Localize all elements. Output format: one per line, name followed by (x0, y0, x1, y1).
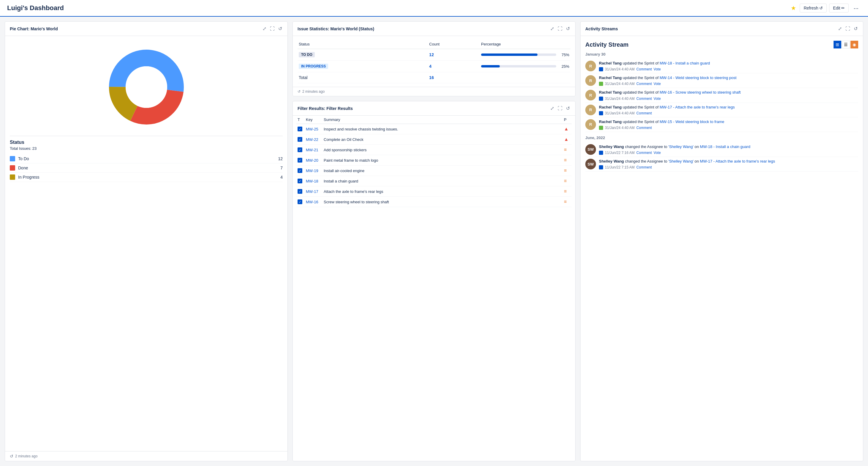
filter-col-type: T (297, 116, 305, 124)
filter-table-row: ✓MW-18Install a chain guard≡ (297, 176, 571, 186)
legend: Status Total Issues: 23 To Do 12 Done 7 … (10, 136, 283, 182)
stats-refresh-button[interactable]: ↺ (565, 25, 570, 32)
activity-action-vote-link[interactable]: Vote (654, 151, 661, 155)
task-icon (599, 165, 603, 169)
more-button[interactable]: ··· (851, 4, 861, 13)
priority-icon: ≡ (564, 157, 566, 163)
issue-key-link[interactable]: MW-19 (306, 169, 318, 173)
edit-button[interactable]: Edit ✏ (829, 4, 849, 12)
filter-row-type: ✓ (297, 145, 305, 155)
task-icon (599, 111, 603, 115)
issue-key-link[interactable]: MW-20 (306, 158, 318, 163)
priority-icon: ▲ (564, 137, 569, 142)
legend-color-todo (10, 156, 15, 162)
filter-row-summary: Attach the axle to frame's rear legs (322, 186, 563, 197)
activity-action-comment-link[interactable]: Comment (637, 151, 652, 155)
priority-icon: ≡ (564, 168, 566, 173)
activity-issue-link[interactable]: MW-18 - Install a chain guard (659, 61, 710, 65)
filter-row-priority: ≡ (563, 145, 571, 155)
pie-refresh-button[interactable]: ↺ (278, 25, 283, 32)
filter-table: T Key Summary P ✓MW-25Inspect and resolv… (297, 116, 571, 207)
activity-issue-link[interactable]: MW-17 - Attach the axle to frame's rear … (659, 105, 735, 109)
filter-table-row: ✓MW-16Screw steering wheel to steering s… (297, 197, 571, 207)
pie-expand-button[interactable]: ⛶ (269, 26, 275, 32)
legend-count-done: 7 (280, 166, 283, 170)
filter-col-summary: Summary (322, 116, 563, 124)
activity-view-buttons: ⊞ ☰ ◉ (834, 41, 858, 49)
legend-title: Status (10, 140, 283, 145)
star-button[interactable]: ★ (789, 3, 797, 13)
activity-item-text: Rachel Tang updated the Sprint of MW-14 … (599, 75, 858, 81)
pie-chart-header: Pie Chart: Mario's World ⤢ ⛶ ↺ (5, 22, 287, 36)
filter-row-priority: ≡ (563, 197, 571, 207)
activity-timestamp: 11/Jun/22 7:15 AM (605, 165, 634, 169)
activity-action-comment-link[interactable]: Comment (637, 82, 652, 86)
activity-item-content: Shelley Wang changed the Assignee to 'Sh… (599, 159, 858, 169)
activity-expand-button[interactable]: ⛶ (845, 26, 851, 32)
issue-stats-title: Issue Statistics: Mario's World (Status) (298, 26, 374, 31)
filter-row-type: ✓ (297, 134, 305, 145)
legend-label-todo: To Do (18, 156, 278, 161)
activity-action-vote-link[interactable]: Vote (654, 82, 661, 86)
activity-issue-link[interactable]: 'Shelley Wang' (669, 159, 694, 164)
filter-row-type: ✓ (297, 155, 305, 166)
activity-user: Shelley Wang (599, 159, 625, 164)
activity-action-vote-link[interactable]: Vote (654, 67, 661, 71)
stats-expand-button[interactable]: ⛶ (557, 26, 563, 32)
filter-collapse-button[interactable]: ⤢ (550, 105, 555, 112)
pie-chart-title: Pie Chart: Mario's World (10, 26, 58, 31)
activity-item: RRachel Tang updated the Sprint of MW-16… (585, 88, 858, 103)
activity-action-comment-link[interactable]: Comment (637, 126, 652, 130)
filter-row-summary: Screw steering wheel to steering shaft (322, 197, 563, 207)
activity-feed-view-button[interactable]: ◉ (850, 41, 858, 49)
stats-footer-text: 2 minutes ago (302, 89, 324, 94)
activity-issue-link2[interactable]: MW-18 - Install a chain guard (700, 144, 750, 149)
activity-action-vote-link[interactable]: Vote (654, 96, 661, 101)
activity-action-comment-link[interactable]: Comment (637, 96, 652, 101)
refresh-button[interactable]: Refresh ↺ (800, 4, 827, 12)
activity-collapse-button[interactable]: ⤢ (837, 25, 842, 32)
issue-key-link[interactable]: MW-21 (306, 148, 318, 152)
dashboard: Pie Chart: Mario's World ⤢ ⛶ ↺ (0, 17, 868, 466)
legend-label-done: Done (18, 166, 280, 170)
stats-total-count: 16 (428, 72, 480, 83)
activity-issue-link2[interactable]: MW-17 - Attach the axle to frame's rear … (700, 159, 775, 164)
activity-action-comment-link[interactable]: Comment (637, 165, 652, 169)
issue-type-icon: ✓ (298, 126, 302, 132)
avatar: R (585, 105, 596, 115)
activity-issue-link[interactable]: MW-16 - Screw steering wheel to steering… (659, 90, 741, 94)
stats-status-inprogress: IN PROGRESS (298, 61, 428, 72)
filter-expand-button[interactable]: ⛶ (557, 105, 563, 112)
activity-item-content: Rachel Tang updated the Sprint of MW-17 … (599, 105, 858, 115)
issue-type-icon: ✓ (298, 158, 302, 163)
activity-streams-title: Activity Streams (585, 26, 618, 31)
filter-row-type: ✓ (297, 166, 305, 176)
activity-issue-link[interactable]: 'Shelley Wang' (669, 144, 694, 149)
activity-stream-title: Activity Stream (585, 41, 629, 48)
issue-key-link[interactable]: MW-17 (306, 189, 318, 194)
filter-row-priority: ≡ (563, 186, 571, 197)
activity-list-view-button[interactable]: ☰ (842, 41, 850, 49)
activity-stream-header: Activity Stream ⊞ ☰ ◉ (585, 41, 858, 49)
activity-streams-panel: Activity Streams ⤢ ⛶ ↺ Activity Stream ⊞… (580, 21, 863, 461)
activity-issue-link[interactable]: MW-15 - Weld steering block to frame (659, 119, 724, 124)
filter-refresh-button[interactable]: ↺ (565, 105, 570, 112)
filter-row-key: MW-18 (305, 176, 322, 186)
stats-collapse-button[interactable]: ⤢ (550, 25, 555, 32)
issue-key-link[interactable]: MW-18 (306, 179, 318, 183)
issue-key-link[interactable]: MW-25 (306, 127, 318, 132)
activity-action-comment-link[interactable]: Comment (637, 67, 652, 71)
pie-collapse-button[interactable]: ⤢ (262, 25, 267, 32)
header: Luigi's Dashboard ★ Refresh ↺ Edit ✏ ··· (0, 0, 868, 17)
activity-streams-controls: ⤢ ⛶ ↺ (837, 25, 858, 32)
activity-date-section: June, 2022 (585, 136, 858, 140)
issue-key-link[interactable]: MW-22 (306, 137, 318, 142)
activity-refresh-button[interactable]: ↺ (853, 25, 858, 32)
activity-item-meta: 31/Jan/24 4:40 AMCommentVote (599, 96, 858, 101)
activity-action-comment-link[interactable]: Comment (637, 111, 652, 115)
activity-grid-view-button[interactable]: ⊞ (834, 41, 841, 49)
issue-key-link[interactable]: MW-16 (306, 200, 318, 204)
filter-row-type: ✓ (297, 186, 305, 197)
filter-row-priority: ≡ (563, 155, 571, 166)
activity-issue-link[interactable]: MW-14 - Weld steering block to steering … (659, 76, 737, 80)
